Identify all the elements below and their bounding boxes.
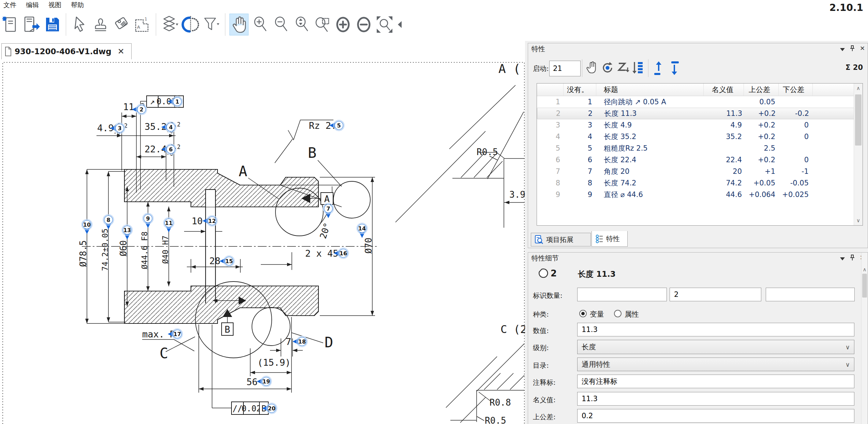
svg-text:7: 7	[326, 206, 330, 212]
characteristics-table[interactable]: 没有。 标题 名义值 上公差 下公差 11径向跳动 ↗ 0.05 A0.0522…	[537, 83, 863, 226]
svg-text:3: 3	[118, 125, 121, 132]
panel-menu-icon[interactable]	[840, 257, 845, 260]
open-file-button[interactable]	[22, 14, 41, 35]
svg-text:4: 4	[169, 124, 173, 131]
z-order-icon[interactable]	[616, 60, 630, 76]
new-file-button[interactable]	[1, 14, 20, 35]
increase-button[interactable]	[334, 14, 352, 35]
table-cell: 22.4	[704, 156, 744, 164]
table-row[interactable]: 22长度 11.311.3+0.2-0.2	[537, 108, 863, 119]
zoom-window-button[interactable]	[313, 14, 331, 35]
panel-menu-icon[interactable]	[840, 48, 845, 51]
svg-text:17: 17	[174, 331, 181, 337]
table-cell: 8	[564, 179, 596, 187]
column-header-upper-tol[interactable]: 上公差	[744, 84, 779, 96]
id-qty-input-3[interactable]	[766, 288, 855, 301]
drawing-canvas[interactable]: 11.34.9+0.2-035.2+0.2-0Rz 2.522.4+0.2-0A…	[0, 41, 527, 424]
scrollbar-thumb[interactable]	[862, 274, 867, 298]
table-cell: 角度 20	[596, 167, 704, 176]
svg-text:13: 13	[123, 227, 131, 233]
value-input[interactable]	[577, 323, 854, 336]
table-cell: 2	[564, 109, 597, 118]
mirror-view-button[interactable]	[181, 14, 200, 35]
table-cell: 2	[537, 109, 564, 118]
kind-label: 种类:	[533, 310, 549, 319]
renumber-rotate-icon[interactable]	[600, 60, 615, 76]
fcf-text: ↗	[150, 97, 155, 106]
table-cell: +0.064	[744, 191, 779, 199]
zoom-extents-button[interactable]	[375, 14, 394, 35]
scroll-up-icon[interactable]: ∧	[854, 84, 863, 93]
scrollbar-thumb[interactable]	[855, 94, 862, 146]
menu-edit[interactable]: 编辑	[26, 1, 39, 10]
table-row[interactable]: 55粗糙度Rz 2.52.5	[537, 142, 863, 154]
table-row[interactable]: 44长度 35.235.2+0.20	[537, 131, 863, 142]
tab-close-icon[interactable]: ✕	[118, 47, 124, 56]
table-row[interactable]: 77角度 2020+1-1	[537, 166, 863, 177]
select-cursor-button[interactable]	[71, 14, 89, 35]
table-cell: +0.05	[744, 179, 779, 187]
scroll-down-icon[interactable]: ∨	[854, 216, 863, 225]
table-row[interactable]: 99直径 ⌀ 44.644.6+0.064+0.025	[537, 189, 863, 200]
move-top-icon[interactable]	[652, 60, 666, 76]
partial-region-button[interactable]: 1A	[133, 14, 151, 35]
stamp-button[interactable]	[91, 14, 110, 35]
zoom-out-button[interactable]	[271, 14, 290, 35]
filter-button[interactable]	[202, 14, 221, 35]
file-icon	[4, 47, 12, 56]
pin-icon[interactable]	[850, 45, 855, 52]
close-panel-icon[interactable]: ✕	[860, 45, 865, 52]
column-header-nominal[interactable]: 名义值	[704, 84, 744, 96]
column-header-no[interactable]: 没有。	[564, 84, 596, 96]
tab-characteristics[interactable]: 特性	[592, 231, 628, 247]
zoom-in-button[interactable]	[251, 14, 269, 35]
tag-button[interactable]	[112, 14, 131, 35]
table-cell: 长度 22.4	[596, 155, 704, 165]
decrease-button[interactable]	[355, 14, 373, 35]
table-scrollbar[interactable]: ∧ ∨	[854, 84, 863, 225]
menu-view[interactable]: 视图	[48, 1, 61, 10]
svg-text:20: 20	[268, 405, 275, 412]
table-cell: 0.05	[744, 98, 779, 106]
zoom-dynamic-button[interactable]	[292, 14, 311, 35]
radio-variable[interactable]	[579, 310, 587, 317]
menu-bar: 文件 编辑 视图 帮助	[0, 0, 868, 10]
collapse-toolbar-arrow[interactable]	[396, 14, 404, 35]
pin-icon[interactable]	[850, 254, 855, 261]
column-header-title[interactable]: 标题	[596, 84, 704, 96]
id-qty-input-2[interactable]	[670, 288, 761, 301]
table-row[interactable]: 11径向跳动 ↗ 0.05 A0.05	[537, 96, 863, 108]
menu-file[interactable]: 文件	[3, 1, 16, 10]
app-version: 2.10.1	[829, 2, 863, 13]
pan-hand-button[interactable]	[230, 14, 248, 35]
nominal-input[interactable]	[577, 392, 854, 406]
tab-project-expand[interactable]: 项目拓展	[531, 233, 591, 246]
column-header-lower-tol[interactable]: 下公差	[779, 84, 813, 96]
table-row[interactable]: 33长度 4.94.9+0.20	[537, 119, 863, 131]
table-cell: 9	[537, 191, 564, 199]
layers-button[interactable]	[161, 14, 179, 35]
move-bottom-icon[interactable]	[667, 60, 682, 76]
details-scrollbar[interactable]: ∧	[861, 253, 868, 424]
table-row[interactable]: 88长度 74.274.2+0.05-0.05	[537, 177, 863, 189]
note-input[interactable]	[577, 375, 854, 388]
svg-text:8: 8	[106, 217, 110, 223]
drawing-label: 56	[246, 377, 258, 387]
scroll-up-icon[interactable]: ∧	[862, 265, 868, 274]
document-tab[interactable]: 930-1200-406-V1.dwg ✕	[1, 43, 132, 59]
radio-attribute[interactable]	[614, 310, 622, 317]
menu-help[interactable]: 帮助	[71, 1, 84, 10]
save-button[interactable]	[43, 14, 61, 35]
column-header-index[interactable]	[537, 84, 564, 96]
catalog-combobox[interactable]: 通用特性 ∨	[577, 358, 854, 371]
class-combobox[interactable]: 长度 ∨	[577, 340, 854, 354]
table-cell: 长度 35.2	[596, 132, 704, 141]
table-row[interactable]: 66长度 22.422.4+0.20	[537, 154, 863, 166]
upper-tol-input[interactable]	[577, 409, 854, 423]
list-order-icon[interactable]	[631, 60, 645, 76]
toolbar-separator	[156, 13, 156, 36]
pick-hand-icon[interactable]	[585, 60, 600, 76]
start-number-input[interactable]	[549, 61, 581, 76]
tab-label: 特性	[606, 234, 620, 243]
id-qty-input-1[interactable]	[577, 288, 667, 301]
